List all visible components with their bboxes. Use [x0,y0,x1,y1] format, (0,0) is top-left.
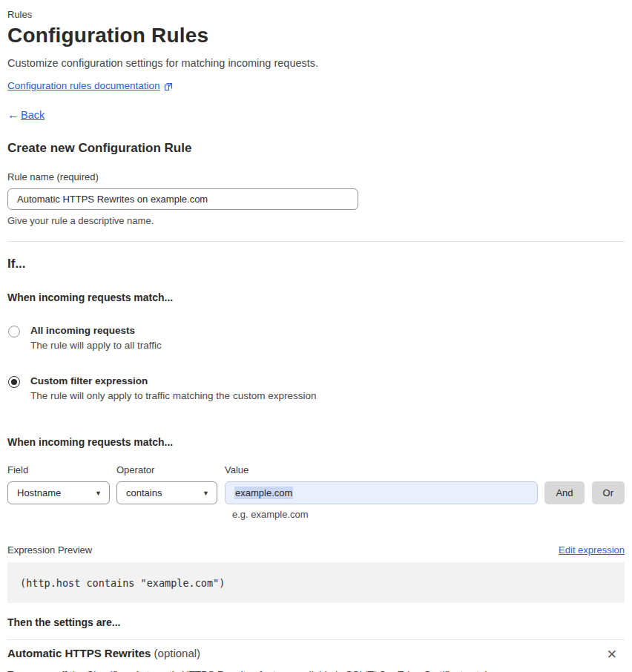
back-link[interactable]: Back [21,109,45,121]
create-rule-heading: Create new Configuration Rule [7,141,625,156]
configuration-rules-page: Rules Configuration Rules Customize conf… [0,0,632,672]
or-button[interactable]: Or [592,481,625,504]
radio-option-all-requests[interactable]: All incoming requests The rule will appl… [7,325,625,351]
value-help: e.g. example.com [232,509,625,520]
section-divider [7,241,625,242]
builder-heading: When incoming requests match... [7,436,625,448]
setting-divider [7,639,625,640]
external-link-icon [164,82,173,91]
rule-name-label: Rule name (required) [7,171,625,182]
if-heading: If... [7,257,625,271]
page-title: Configuration Rules [7,24,625,47]
edit-expression-link[interactable]: Edit expression [559,544,625,556]
field-label: Field [7,464,116,475]
value-input[interactable]: example.com [225,481,538,504]
value-label: Value [225,464,625,475]
expression-preview-label: Expression Preview [7,544,92,556]
field-select-value: Hostname [17,487,61,498]
setting-name: Automatic HTTPS Rewrites (optional) [7,647,200,659]
radio-description: The rule will apply to all traffic [30,340,162,351]
radio-description: The rule will only apply to traffic matc… [30,390,316,401]
documentation-link[interactable]: Configuration rules documentation [7,80,160,91]
breadcrumb: Rules [7,9,625,20]
rule-name-help: Give your rule a descriptive name. [7,215,625,226]
radio-button-selected[interactable] [8,376,20,388]
radio-option-custom-filter[interactable]: Custom filter expression The rule will o… [7,375,625,401]
radio-label: Custom filter expression [30,375,316,386]
close-icon[interactable]: ✕ [604,647,620,662]
and-button[interactable]: And [544,481,584,504]
setting-description: Turn on or off the Cloudflare Automatic … [7,669,625,672]
setting-optional-tag: (optional) [154,647,201,659]
field-select[interactable]: Hostname ▼ [7,481,110,504]
radio-button-unselected[interactable] [8,326,20,337]
rule-name-input[interactable] [7,188,358,210]
expression-preview-box: (http.host contains "example.com") [7,562,625,603]
expression-text: (http.host contains "example.com") [20,577,225,589]
match-heading: When incoming requests match... [7,291,625,303]
operator-select[interactable]: contains ▼ [116,481,217,504]
back-arrow-icon: ← [7,108,19,122]
operator-select-value: contains [126,487,162,498]
page-subtitle: Customize configuration settings for mat… [7,57,625,69]
chevron-down-icon: ▼ [203,490,209,497]
operator-label: Operator [116,464,225,475]
radio-label: All incoming requests [30,325,162,336]
then-settings-heading: Then the settings are... [7,616,625,628]
value-input-text: example.com [234,487,293,499]
chevron-down-icon: ▼ [95,490,102,497]
